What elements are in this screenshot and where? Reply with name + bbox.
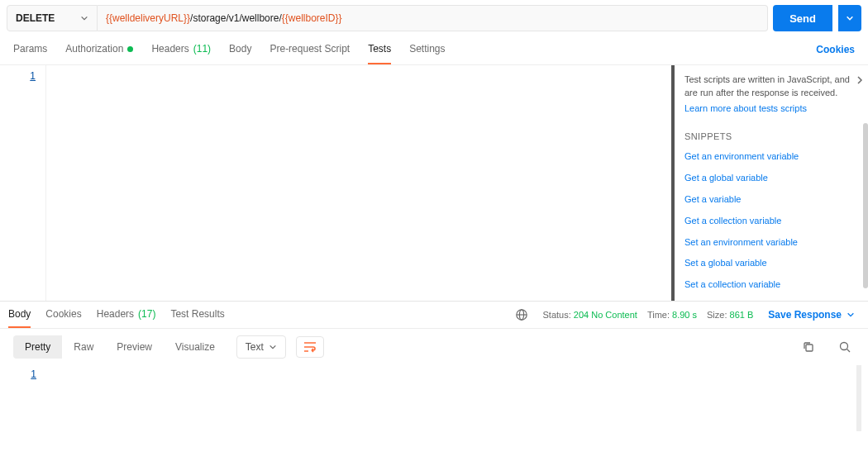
chevron-down-icon — [269, 343, 277, 351]
status-value: 204 No Content — [574, 310, 637, 320]
resp-tab-results[interactable]: Test Results — [170, 308, 224, 328]
test-editor-area: 1 Test scripts are written in JavaScript… — [0, 65, 868, 302]
count-badge: (17) — [138, 308, 155, 320]
snippet-item[interactable]: Clear an environment variable — [684, 300, 861, 301]
tab-label: Test Results — [170, 308, 224, 320]
snippets-panel: Test scripts are written in JavaScript, … — [675, 65, 868, 301]
time-label: Time: — [647, 310, 670, 320]
time-value: 8.90 s — [672, 310, 697, 320]
tab-label: Authorization — [65, 43, 123, 55]
snippets-header: SNIPPETS — [684, 131, 861, 144]
request-bar: DELETE {{welldeliveryURL}}/storage/v1/we… — [0, 0, 868, 36]
tab-label: Cookies — [45, 308, 81, 320]
send-dropdown-button[interactable] — [838, 5, 861, 31]
count-badge: (11) — [193, 43, 211, 55]
tab-label: Body — [8, 308, 31, 320]
snippets-description: Test scripts are written in JavaScript, … — [684, 74, 861, 100]
request-tabs: Params Authorization Headers(11) Body Pr… — [0, 36, 868, 65]
snippet-item[interactable]: Set a collection variable — [684, 278, 861, 292]
http-method-label: DELETE — [16, 12, 55, 24]
line-number: 1 — [31, 368, 36, 380]
url-variable: {{welldeliveryURL}} — [106, 12, 190, 24]
search-icon[interactable] — [835, 337, 855, 357]
snippet-item[interactable]: Get a collection variable — [684, 215, 861, 228]
snippet-item[interactable]: Set a global variable — [684, 257, 861, 270]
response-status: Status: 204 No Content Time: 8.90 s Size… — [543, 310, 754, 326]
tab-prerequest[interactable]: Pre-request Script — [269, 43, 350, 64]
learn-more-link[interactable]: Learn more about tests scripts — [684, 102, 861, 116]
view-visualize[interactable]: Visualize — [164, 335, 227, 359]
response-line-gutter: 1 — [0, 365, 46, 431]
tab-body[interactable]: Body — [229, 43, 251, 64]
tab-params[interactable]: Params — [13, 43, 47, 64]
size-label: Size: — [707, 310, 727, 320]
save-label: Save Response — [768, 309, 842, 321]
http-method-select[interactable]: DELETE — [7, 5, 98, 31]
view-raw[interactable]: Raw — [62, 335, 105, 359]
status-label: Status: — [543, 310, 571, 320]
chevron-right-icon[interactable] — [855, 75, 865, 85]
response-body: 1 — [0, 365, 868, 431]
response-tabs: Body Cookies Headers(17) Test Results St… — [0, 302, 868, 329]
response-controls: Pretty Raw Preview Visualize Text — [0, 329, 868, 365]
tab-label: Settings — [409, 43, 445, 55]
tab-label: Params — [13, 43, 47, 55]
size-value: 861 B — [730, 310, 754, 320]
url-literal: /storage/v1/wellbore/ — [190, 12, 282, 24]
svg-rect-2 — [806, 345, 813, 351]
code-editor[interactable]: 1 — [0, 65, 675, 301]
line-gutter: 1 — [0, 65, 46, 301]
send-button[interactable]: Send — [773, 5, 832, 31]
tab-headers[interactable]: Headers(11) — [151, 43, 211, 64]
tab-label: Headers — [97, 308, 134, 320]
wrap-lines-button[interactable] — [296, 336, 324, 358]
globe-icon[interactable] — [515, 308, 528, 328]
tab-settings[interactable]: Settings — [409, 43, 445, 64]
resp-tab-body[interactable]: Body — [8, 308, 31, 328]
url-variable: {{wellboreID}} — [282, 12, 342, 24]
svg-point-3 — [841, 343, 848, 350]
format-label: Text — [246, 341, 264, 353]
snippet-item[interactable]: Get a variable — [684, 193, 861, 207]
cookies-link[interactable]: Cookies — [816, 44, 855, 64]
view-mode-segment: Pretty Raw Preview Visualize — [13, 335, 227, 359]
view-pretty[interactable]: Pretty — [13, 335, 62, 359]
view-preview[interactable]: Preview — [105, 335, 164, 359]
tab-label: Tests — [368, 43, 391, 55]
resp-tab-cookies[interactable]: Cookies — [45, 308, 81, 328]
status-dot-icon — [127, 46, 133, 52]
chevron-down-icon — [847, 311, 855, 319]
tab-authorization[interactable]: Authorization — [65, 43, 133, 64]
snippet-item[interactable]: Set an environment variable — [684, 236, 861, 250]
url-input[interactable]: {{welldeliveryURL}}/storage/v1/wellbore/… — [98, 5, 768, 31]
tab-label: Pre-request Script — [269, 43, 350, 55]
format-select[interactable]: Text — [236, 335, 286, 359]
copy-icon[interactable] — [799, 337, 818, 357]
line-number: 1 — [30, 70, 36, 82]
snippet-item[interactable]: Get a global variable — [684, 172, 861, 185]
snippet-item[interactable]: Get an environment variable — [684, 150, 861, 164]
scrollbar[interactable] — [863, 123, 868, 288]
save-response-button[interactable]: Save Response — [768, 309, 855, 327]
tab-label: Body — [229, 43, 251, 55]
code-content[interactable] — [46, 65, 671, 301]
tab-tests[interactable]: Tests — [368, 43, 391, 64]
resp-tab-headers[interactable]: Headers(17) — [97, 308, 156, 328]
chevron-down-icon — [80, 14, 88, 22]
tab-label: Headers — [151, 43, 188, 55]
response-content[interactable] — [46, 365, 861, 431]
